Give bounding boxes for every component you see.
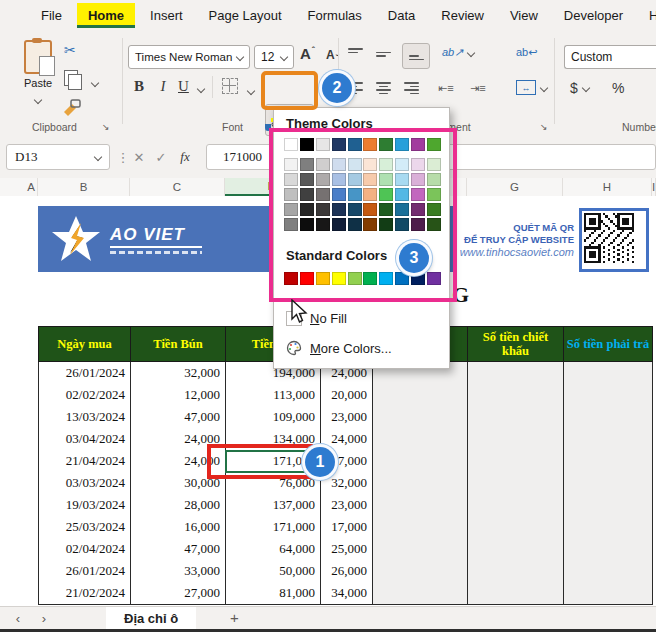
tab-view[interactable]: View xyxy=(499,3,549,28)
bold-button[interactable]: B xyxy=(130,78,148,95)
cell-F13[interactable] xyxy=(372,450,468,473)
cell-G11[interactable] xyxy=(467,406,564,429)
underline-dropdown[interactable] xyxy=(197,85,205,93)
align-right-button[interactable] xyxy=(404,82,419,94)
cell-B11[interactable]: 13/03/2024 xyxy=(38,406,131,429)
percent-style-button[interactable]: % xyxy=(612,80,624,96)
cell-G19[interactable] xyxy=(467,582,564,605)
borders-button[interactable] xyxy=(222,78,254,98)
cell-D18[interactable]: 50,000 xyxy=(225,560,321,583)
cell-H14[interactable] xyxy=(563,472,653,495)
align-center-button[interactable] xyxy=(376,82,391,94)
cell-H16[interactable] xyxy=(563,516,653,539)
column-header-B[interactable]: B xyxy=(38,178,130,196)
cell-H13[interactable] xyxy=(563,450,653,473)
cell-C11[interactable]: 47,000 xyxy=(130,406,226,429)
cell-B12[interactable]: 03/04/2024 xyxy=(38,428,131,451)
cell-G14[interactable] xyxy=(467,472,564,495)
cell-F10[interactable] xyxy=(372,384,468,407)
cell-C16[interactable]: 16,000 xyxy=(130,516,226,539)
copy-button[interactable] xyxy=(64,70,98,90)
cell-H19[interactable] xyxy=(563,582,653,605)
shrink-font-button[interactable]: Aˇ xyxy=(326,47,339,63)
cell-F14[interactable] xyxy=(372,472,468,495)
tab-home[interactable]: Home xyxy=(77,3,135,28)
cell-G13[interactable] xyxy=(467,450,564,473)
cell-H10[interactable] xyxy=(563,384,653,407)
cell-G9[interactable] xyxy=(467,362,564,385)
cell-B16[interactable]: 25/03/2024 xyxy=(38,516,131,539)
cell-D19[interactable]: 81,000 xyxy=(225,582,321,605)
enter-button[interactable]: ✓ xyxy=(150,144,172,170)
cell-B18[interactable]: 26/01/2024 xyxy=(38,560,131,583)
table-header-H[interactable]: Số tiền phải trả xyxy=(563,326,653,362)
insert-function-button[interactable]: fx xyxy=(174,144,196,170)
cell-G15[interactable] xyxy=(467,494,564,517)
cell-G17[interactable] xyxy=(467,538,564,561)
tab-developer[interactable]: Developer xyxy=(553,3,634,28)
underline-button[interactable]: U xyxy=(178,78,189,95)
column-header-A[interactable]: A xyxy=(25,178,38,196)
table-header-C[interactable]: Tiền Bún xyxy=(130,326,226,362)
cell-E10[interactable]: 20,000 xyxy=(320,384,373,407)
tab-insert[interactable]: Insert xyxy=(139,3,194,28)
cell-G10[interactable] xyxy=(467,384,564,407)
prev-sheet-button[interactable]: ‹ xyxy=(10,611,26,626)
cell-G12[interactable] xyxy=(467,428,564,451)
cell-H15[interactable] xyxy=(563,494,653,517)
next-sheet-button[interactable]: › xyxy=(36,611,52,626)
cell-D17[interactable]: 64,000 xyxy=(225,538,321,561)
bottom-align-button[interactable] xyxy=(402,43,430,69)
cell-E14[interactable]: 32,000 xyxy=(320,472,373,495)
cell-E17[interactable]: 25,000 xyxy=(320,538,373,561)
cell-F18[interactable] xyxy=(372,560,468,583)
cell-C17[interactable]: 47,000 xyxy=(130,538,226,561)
cell-C15[interactable]: 28,000 xyxy=(130,494,226,517)
tab-data[interactable]: Data xyxy=(377,3,426,28)
cell-D16[interactable]: 171,000 xyxy=(225,516,321,539)
cell-D10[interactable]: 113,000 xyxy=(225,384,321,407)
cell-H11[interactable] xyxy=(563,406,653,429)
cell-B9[interactable]: 26/01/2024 xyxy=(38,362,131,385)
merge-center-button[interactable]: ↔ xyxy=(516,80,547,95)
cell-F17[interactable] xyxy=(372,538,468,561)
orientation-button[interactable]: ab↗ xyxy=(442,46,474,59)
tab-file[interactable]: File xyxy=(30,3,73,28)
cell-E16[interactable]: 17,000 xyxy=(320,516,373,539)
table-header-B[interactable]: Ngày mua xyxy=(38,326,131,362)
column-header-I[interactable]: I xyxy=(652,178,656,196)
clipboard-dialog-launcher[interactable]: ↘ xyxy=(102,122,110,132)
grow-font-button[interactable]: Aˆ xyxy=(300,45,315,62)
alignment-dialog-launcher[interactable]: ↘ xyxy=(540,122,548,132)
font-size-combo[interactable]: 12 xyxy=(254,45,294,69)
italic-button[interactable]: I xyxy=(156,78,170,95)
more-colors-menu-item[interactable]: More Colors... xyxy=(274,335,449,361)
top-align-button[interactable] xyxy=(348,48,363,57)
cell-E18[interactable]: 26,000 xyxy=(320,560,373,583)
column-header-G[interactable]: G xyxy=(467,178,563,196)
name-box[interactable]: D13 xyxy=(6,144,110,170)
cell-G18[interactable] xyxy=(467,560,564,583)
cell-C9[interactable]: 32,000 xyxy=(130,362,226,385)
tab-formulas[interactable]: Formulas xyxy=(297,3,373,28)
column-header-C[interactable]: C xyxy=(130,178,225,196)
wrap-text-button[interactable]: ab↩ xyxy=(516,46,537,59)
cell-F11[interactable] xyxy=(372,406,468,429)
cut-button[interactable]: ✂ xyxy=(64,42,76,58)
cell-C10[interactable]: 12,000 xyxy=(130,384,226,407)
new-sheet-button[interactable]: + xyxy=(230,609,239,626)
font-name-combo[interactable]: Times New Roman xyxy=(128,45,250,69)
format-painter-button[interactable] xyxy=(62,98,82,116)
cell-H17[interactable] xyxy=(563,538,653,561)
cell-B14[interactable]: 03/03/2024 xyxy=(38,472,131,495)
number-format-combo[interactable]: Custom xyxy=(564,45,656,69)
middle-align-button[interactable] xyxy=(376,48,391,57)
cell-E11[interactable]: 23,000 xyxy=(320,406,373,429)
cell-C19[interactable]: 27,000 xyxy=(130,582,226,605)
cell-E12[interactable]: 24,000 xyxy=(320,428,373,451)
tab-help[interactable]: Help xyxy=(638,3,656,28)
cell-B19[interactable]: 21/02/2024 xyxy=(38,582,131,605)
cell-B10[interactable]: 02/02/2024 xyxy=(38,384,131,407)
accounting-format-button[interactable]: $ xyxy=(570,80,589,96)
increase-indent-button[interactable]: ⇥≡ xyxy=(470,82,486,95)
